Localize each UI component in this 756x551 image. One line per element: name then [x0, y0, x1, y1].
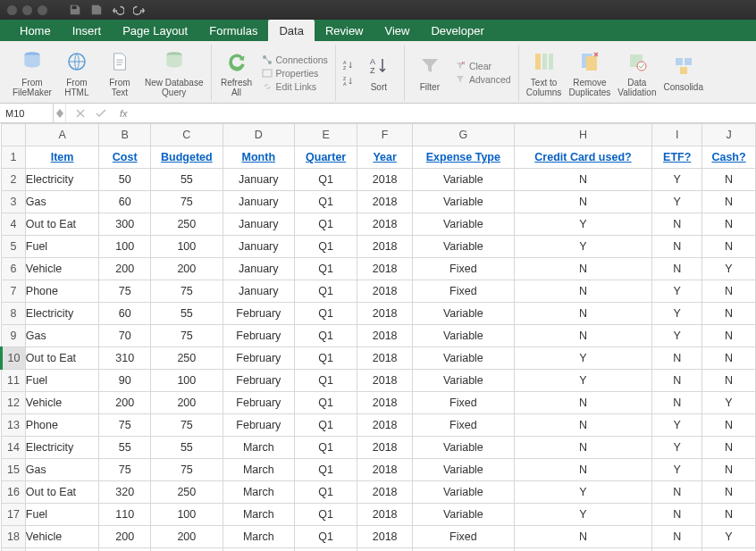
cell[interactable]: Phone: [25, 548, 99, 552]
save-icon[interactable]: [69, 4, 81, 16]
header-cell[interactable]: Year: [357, 146, 413, 169]
cell[interactable]: N: [702, 191, 756, 213]
tab-formulas[interactable]: Formulas: [198, 20, 268, 41]
cell[interactable]: 310: [99, 347, 151, 370]
row-header-17[interactable]: 17: [2, 504, 26, 526]
fx-label[interactable]: fx: [116, 108, 128, 119]
header-link[interactable]: Item: [51, 151, 74, 163]
row-header-16[interactable]: 16: [2, 481, 26, 504]
select-all-corner[interactable]: [2, 124, 26, 146]
cell[interactable]: N: [514, 325, 652, 347]
cell[interactable]: 2018: [357, 325, 413, 347]
cell[interactable]: 55: [99, 437, 151, 459]
cell[interactable]: Q1: [295, 169, 357, 191]
cell[interactable]: N: [514, 303, 652, 325]
cell[interactable]: 70: [99, 325, 151, 347]
row-header-2[interactable]: 2: [2, 169, 26, 191]
cell[interactable]: Variable: [413, 325, 514, 347]
header-link[interactable]: Cash?: [711, 151, 745, 163]
tab-insert[interactable]: Insert: [62, 20, 113, 41]
cell[interactable]: February: [223, 414, 294, 437]
cell[interactable]: Q1: [295, 280, 357, 303]
column-header-A[interactable]: A: [25, 124, 99, 146]
cell[interactable]: 2018: [357, 169, 413, 191]
cell[interactable]: 100: [151, 504, 223, 526]
cell[interactable]: Q1: [295, 347, 357, 370]
row-header-13[interactable]: 13: [2, 414, 26, 437]
cell[interactable]: N: [702, 504, 756, 526]
cell[interactable]: Variable: [413, 437, 514, 459]
cell[interactable]: Fixed: [413, 258, 514, 280]
cell[interactable]: Variable: [413, 213, 514, 236]
cell[interactable]: N: [702, 459, 756, 481]
cell[interactable]: 55: [151, 303, 223, 325]
cell[interactable]: 2018: [357, 459, 413, 481]
cell[interactable]: March: [223, 504, 294, 526]
cell[interactable]: N: [514, 280, 652, 303]
cell[interactable]: Q1: [295, 414, 357, 437]
cell[interactable]: 2018: [357, 548, 413, 552]
from-filemaker-button[interactable]: From FileMaker: [13, 49, 52, 97]
cell[interactable]: N: [652, 526, 702, 548]
cell[interactable]: N: [702, 280, 756, 303]
zoom-dot[interactable]: [38, 5, 47, 15]
cell[interactable]: Fixed: [413, 392, 514, 414]
sort-desc-button[interactable]: ZA: [343, 76, 354, 87]
refresh-all-button[interactable]: Refresh All: [219, 49, 255, 97]
cell[interactable]: February: [223, 370, 294, 392]
cell[interactable]: Y: [652, 437, 702, 459]
tab-home[interactable]: Home: [9, 20, 62, 41]
cell[interactable]: N: [514, 459, 652, 481]
cell[interactable]: Fixed: [413, 526, 514, 548]
cell[interactable]: 320: [99, 481, 151, 504]
cell[interactable]: Y: [514, 504, 652, 526]
from-text-button[interactable]: From Text: [102, 49, 138, 97]
cell[interactable]: N: [702, 548, 756, 552]
header-cell[interactable]: Budgeted: [151, 146, 223, 169]
cell[interactable]: N: [514, 191, 652, 213]
cell[interactable]: Q1: [295, 213, 357, 236]
cell[interactable]: Q1: [295, 548, 357, 552]
cell[interactable]: 75: [151, 280, 223, 303]
cell[interactable]: Y: [652, 459, 702, 481]
filter-button[interactable]: Filter: [412, 54, 448, 92]
cell[interactable]: 75: [151, 548, 223, 552]
cell[interactable]: Y: [652, 548, 702, 552]
row-header-10[interactable]: 10: [2, 347, 26, 370]
cell[interactable]: Fuel: [25, 504, 99, 526]
cell[interactable]: Q1: [295, 303, 357, 325]
cell[interactable]: Electricity: [25, 303, 99, 325]
cell[interactable]: N: [702, 414, 756, 437]
cell[interactable]: 2018: [357, 370, 413, 392]
cell[interactable]: 2018: [357, 280, 413, 303]
column-header-J[interactable]: J: [702, 124, 756, 146]
header-cell[interactable]: Cash?: [702, 146, 756, 169]
cell[interactable]: 2018: [357, 481, 413, 504]
cell[interactable]: Phone: [25, 414, 99, 437]
cell[interactable]: February: [223, 347, 294, 370]
cell[interactable]: 2018: [357, 392, 413, 414]
cell[interactable]: Variable: [413, 303, 514, 325]
cell[interactable]: Q1: [295, 526, 357, 548]
cell[interactable]: Y: [702, 392, 756, 414]
row-header-15[interactable]: 15: [2, 459, 26, 481]
header-link[interactable]: ETF?: [663, 151, 691, 163]
row-header-9[interactable]: 9: [2, 325, 26, 347]
header-cell[interactable]: Expense Type: [413, 146, 514, 169]
check-icon[interactable]: [95, 108, 107, 119]
cell[interactable]: 90: [99, 370, 151, 392]
tab-page-layout[interactable]: Page Layout: [112, 20, 198, 41]
advanced-filter-button[interactable]: Advanced: [455, 74, 511, 85]
cell[interactable]: 75: [99, 280, 151, 303]
cell[interactable]: Y: [652, 191, 702, 213]
cell[interactable]: March: [223, 481, 294, 504]
column-header-B[interactable]: B: [99, 124, 151, 146]
cell[interactable]: Electricity: [25, 437, 99, 459]
cell[interactable]: N: [652, 347, 702, 370]
cell[interactable]: N: [702, 303, 756, 325]
cell[interactable]: 55: [151, 437, 223, 459]
cell[interactable]: N: [514, 258, 652, 280]
close-dot[interactable]: [7, 5, 17, 15]
edit-links-button[interactable]: Edit Links: [262, 81, 328, 92]
cell[interactable]: 110: [99, 504, 151, 526]
